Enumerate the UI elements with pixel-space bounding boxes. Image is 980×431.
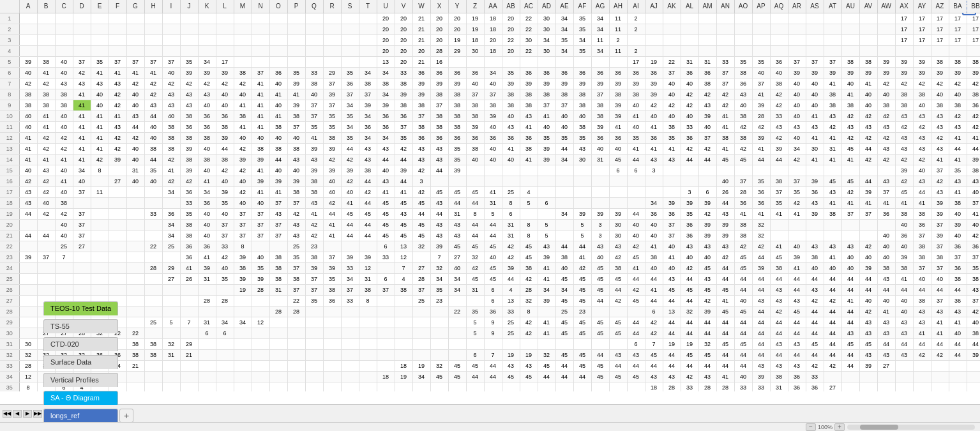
cell[interactable]: 36 — [609, 67, 627, 78]
cell[interactable]: 37 — [412, 110, 430, 121]
cell[interactable]: 6 — [627, 338, 645, 349]
cell[interactable]: 25 — [502, 317, 520, 328]
cell[interactable]: 42 — [734, 241, 752, 252]
cell[interactable]: 40 — [91, 100, 109, 110]
cell[interactable]: 20 — [395, 13, 412, 24]
cell[interactable]: 40 — [55, 186, 73, 197]
cell[interactable] — [448, 317, 466, 328]
cell[interactable]: 33 — [681, 382, 698, 391]
cell[interactable]: 45 — [520, 241, 538, 252]
cell[interactable]: 40 — [126, 89, 144, 100]
cell[interactable]: 42 — [877, 78, 895, 89]
cell[interactable]: 41 — [841, 89, 859, 100]
cell[interactable]: 44 — [484, 360, 502, 371]
cell[interactable]: 6 — [216, 328, 234, 338]
cell[interactable]: 20 — [448, 13, 466, 24]
cell[interactable]: 45 — [591, 371, 609, 382]
cell[interactable]: 39 — [931, 230, 949, 241]
cell[interactable]: 18 — [484, 13, 502, 24]
cell[interactable]: 37 — [73, 186, 91, 197]
cell[interactable] — [841, 34, 859, 45]
cell[interactable] — [645, 13, 663, 24]
cell[interactable]: 41 — [269, 186, 287, 197]
cell[interactable]: 37 — [734, 176, 752, 186]
cell[interactable] — [287, 24, 305, 34]
cell[interactable]: 20 — [377, 13, 395, 24]
cell[interactable]: 36 — [180, 186, 198, 197]
tab-next-arrow[interactable]: ▶ — [23, 410, 32, 418]
cell[interactable]: 42 — [681, 262, 698, 273]
cell[interactable]: 40 — [55, 165, 73, 176]
cell[interactable]: 38 — [430, 89, 448, 100]
cell[interactable]: 41 — [73, 110, 91, 121]
cell[interactable]: 40 — [841, 78, 859, 89]
cell[interactable]: 18 — [377, 371, 395, 382]
cell[interactable]: 39 — [859, 186, 877, 197]
cell[interactable]: 40 — [466, 78, 484, 89]
cell[interactable]: 40 — [663, 241, 681, 252]
cell[interactable]: 38 — [395, 78, 412, 89]
cell[interactable]: 42 — [216, 252, 234, 262]
cell[interactable]: 42 — [234, 165, 252, 176]
cell[interactable]: 35 — [305, 121, 323, 132]
cell[interactable]: 37 — [252, 67, 269, 78]
cell[interactable]: 40 — [627, 121, 645, 132]
cell[interactable] — [341, 317, 359, 328]
cell[interactable]: 40 — [19, 165, 37, 176]
cell[interactable]: 37 — [913, 230, 931, 241]
cell[interactable] — [109, 24, 126, 34]
cell[interactable]: 18 — [645, 382, 663, 391]
cell[interactable]: 37 — [252, 230, 269, 241]
cell[interactable] — [162, 360, 180, 371]
cell[interactable]: 38 — [126, 349, 144, 360]
cell[interactable]: 44 — [359, 219, 377, 230]
cell[interactable]: 43 — [37, 165, 55, 176]
cell[interactable]: 36 — [949, 241, 967, 252]
cell[interactable]: 45 — [555, 295, 573, 306]
cell[interactable] — [859, 34, 877, 45]
cell[interactable]: 40 — [484, 143, 502, 154]
cell[interactable]: 38 — [841, 100, 859, 110]
cell[interactable]: 41 — [895, 273, 913, 284]
cell[interactable] — [55, 284, 73, 295]
cell[interactable]: 39 — [591, 208, 609, 219]
cell[interactable]: 28 — [520, 284, 538, 295]
cell[interactable] — [555, 56, 573, 67]
cell[interactable] — [287, 34, 305, 45]
cell[interactable]: 42 — [698, 295, 716, 306]
cell[interactable]: 12 — [19, 371, 37, 382]
cell[interactable]: 38 — [162, 143, 180, 154]
cell[interactable] — [412, 328, 430, 338]
cell[interactable] — [555, 197, 573, 208]
cell[interactable]: 38 — [716, 132, 734, 143]
cell[interactable]: 40 — [841, 262, 859, 273]
cell[interactable]: 42 — [109, 89, 126, 100]
cell[interactable]: 19 — [395, 371, 412, 382]
cell[interactable]: 44 — [144, 110, 162, 121]
cell[interactable]: 41 — [37, 121, 55, 132]
cell[interactable]: 40 — [198, 165, 216, 176]
cell[interactable]: 42 — [126, 132, 144, 143]
cell[interactable]: 39 — [252, 154, 269, 165]
cell[interactable]: 8 — [466, 208, 484, 219]
cell[interactable]: 40 — [502, 154, 520, 165]
cell[interactable]: 42 — [609, 252, 627, 262]
cell[interactable]: 32 — [752, 219, 770, 230]
cell[interactable] — [412, 349, 430, 360]
cell[interactable]: 43 — [806, 121, 824, 132]
cell[interactable]: 45 — [788, 306, 806, 317]
cell[interactable]: 36 — [466, 67, 484, 78]
cell[interactable]: 29 — [162, 262, 180, 273]
cell[interactable] — [269, 295, 287, 306]
cell[interactable]: 43 — [430, 219, 448, 230]
cell[interactable]: 44 — [538, 371, 555, 382]
cell[interactable]: 40 — [698, 252, 716, 262]
horizontal-scrollbar[interactable] — [847, 425, 975, 430]
cell[interactable] — [591, 306, 609, 317]
cell[interactable]: 40 — [806, 89, 824, 100]
cell[interactable] — [359, 360, 377, 371]
cell[interactable]: 41 — [73, 143, 91, 154]
cell[interactable]: 36 — [484, 306, 502, 317]
cell[interactable] — [931, 371, 949, 382]
cell[interactable]: 9 — [484, 317, 502, 328]
